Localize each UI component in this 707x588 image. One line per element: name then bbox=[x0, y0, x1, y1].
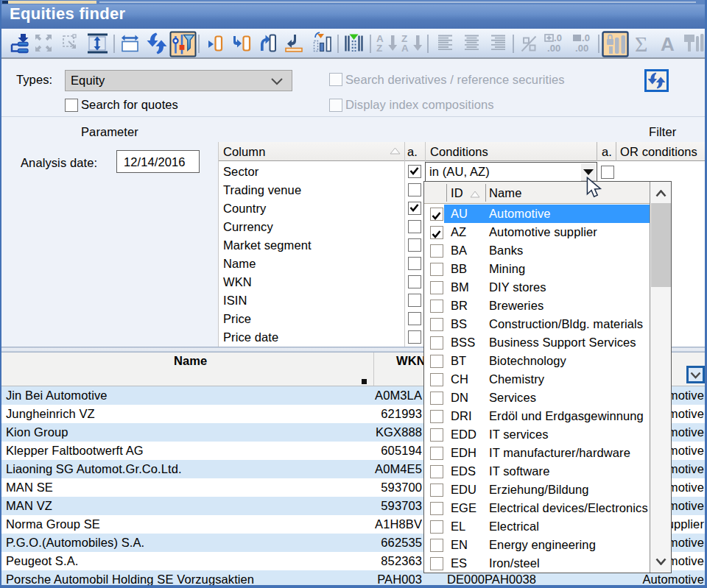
svg-text:.0: .0 bbox=[582, 32, 590, 43]
svg-text:A: A bbox=[401, 43, 409, 54]
svg-text:Σ: Σ bbox=[635, 32, 648, 56]
svg-text:.00: .00 bbox=[547, 43, 560, 54]
svg-text:A: A bbox=[661, 33, 675, 55]
svg-text:.00: .00 bbox=[575, 43, 588, 54]
svg-text:Z: Z bbox=[376, 43, 382, 54]
svg-text:.0: .0 bbox=[554, 32, 562, 43]
